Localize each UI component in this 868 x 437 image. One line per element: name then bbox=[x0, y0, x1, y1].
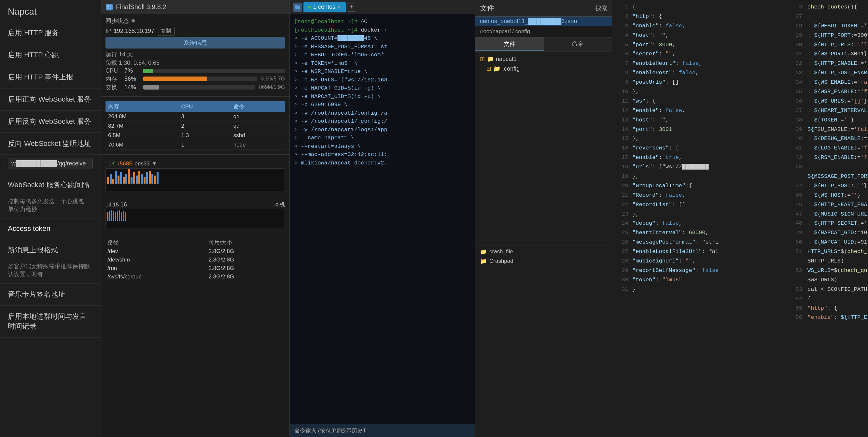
sidebar-item-heartbeat[interactable]: WebSocket 服务心跳间隔 bbox=[0, 174, 101, 196]
disk-header-path: 路径 bbox=[105, 238, 207, 247]
json-line-number: 23 bbox=[617, 210, 628, 219]
sidebar-item-ws-reverse[interactable]: 启用反向 WebSocket 服务 bbox=[0, 111, 101, 132]
fs-mem-bar-bg bbox=[143, 76, 257, 81]
fm-file-item[interactable]: 📁crash_file bbox=[475, 247, 612, 257]
ping-bar bbox=[111, 210, 112, 221]
svg-rect-1 bbox=[110, 5, 111, 7]
json-line: 12 "enable": false, bbox=[617, 106, 786, 116]
json-line-number: 9 bbox=[617, 78, 628, 87]
fs-net-dropdown-icon[interactable]: ▼ bbox=[152, 160, 157, 167]
ping-bar bbox=[107, 212, 108, 221]
term-tab-add[interactable]: + bbox=[347, 3, 356, 12]
code-line: 40 : ${DEBUG_ENABLE:='false'} bbox=[791, 134, 868, 144]
sidebar-group-ws-addr: 反向 WebSocket 监听地址 bbox=[0, 133, 101, 174]
sidebar: Napcat 启用 HTTP 服务 启用 HTTP 心跳 启用 HTTP 事件上… bbox=[0, 0, 101, 437]
terminal-line: > -p 6299:6099 \ bbox=[294, 101, 470, 109]
sidebar-group-heartbeat: WebSocket 服务心跳间隔 控制每隔多久发送一个心跳包，单位为毫秒 bbox=[0, 174, 101, 218]
code-line-number: 49 bbox=[791, 228, 807, 238]
code-line-content: : ${WS_ENABLE:='false'} bbox=[807, 78, 868, 87]
net-bar bbox=[120, 172, 122, 184]
json-line: 5 "port": 3000, bbox=[617, 40, 786, 50]
ws-address-input[interactable] bbox=[8, 158, 93, 169]
term-tab-label: 1 centos bbox=[313, 4, 335, 10]
json-line: 29 "reportSelfMessage": false bbox=[617, 266, 786, 276]
proc-header-cpu: CPU bbox=[179, 101, 231, 112]
sidebar-item-music-sign[interactable]: 音乐卡片签名地址 bbox=[0, 284, 101, 306]
fm-file-item[interactable]: 📁Crashpad bbox=[475, 257, 612, 266]
terminal-line: > -e TOKEN='lmu5' \ bbox=[294, 59, 470, 68]
sidebar-item-local-time[interactable]: 启用本地进群时间与发言时间记录 bbox=[0, 306, 101, 337]
json-line-content: "port": 3001 bbox=[632, 125, 672, 134]
sidebar-item-msg-format[interactable]: 新消息上报格式 bbox=[0, 239, 101, 261]
code-line-number: 53 bbox=[791, 285, 807, 294]
sidebar-item-http-service[interactable]: 启用 HTTP 服务 bbox=[0, 22, 101, 44]
term-tab-centos[interactable]: 1 centos ✕ bbox=[304, 2, 346, 12]
fm-item-label: napcat1 bbox=[496, 56, 517, 63]
code-line-number: 50 bbox=[791, 238, 807, 247]
code-line-number: 38 bbox=[791, 116, 807, 125]
code-line-number: 52 bbox=[791, 266, 807, 285]
sidebar-item-access-token[interactable]: Access token bbox=[0, 218, 101, 239]
fs-info-section: 同步状态 IP 192.168.10.197 复制 系统信息 运行 14 天 负… bbox=[101, 14, 289, 94]
code-line-number: 37 bbox=[791, 106, 807, 116]
ping-bar bbox=[119, 210, 120, 221]
fs-mem-label: 内存 bbox=[105, 75, 122, 83]
fm-tree-item[interactable]: ⊟📁.config bbox=[475, 64, 612, 73]
disk-row: /dev2.8G/2.8G bbox=[105, 247, 285, 256]
code-editor-panel: 3chech_quotes(){27:28 : ${WEBUI_TOKEN:='… bbox=[791, 0, 868, 437]
finalshell-panel: FinalShell 3.9.8.2 同步状态 IP 192.168.10.19… bbox=[101, 0, 290, 437]
fs-title-label: FinalShell 3.9.8.2 bbox=[116, 3, 166, 11]
sidebar-heartbeat-sublabel: 控制每隔多久发送一个心跳包，单位为毫秒 bbox=[0, 196, 101, 218]
fs-mem-bar-row: 内存 56% 3.1G/5.7G bbox=[105, 75, 285, 83]
json-line-content: "http": { bbox=[632, 12, 662, 22]
fs-net-row: ↑1K ↓568B ens33 ▼ bbox=[105, 159, 285, 168]
fm-tree-item[interactable]: ⊞📁napcat1 bbox=[475, 54, 612, 64]
fs-net-down: ↓568B bbox=[117, 160, 132, 167]
fs-load: 负载 1.30, 0.84, 0.65 bbox=[105, 59, 285, 67]
term-tab-close[interactable]: ✕ bbox=[337, 5, 341, 10]
sidebar-item-http-heartbeat[interactable]: 启用 HTTP 心跳 bbox=[0, 44, 101, 66]
code-line: 55 "http": { bbox=[791, 304, 868, 313]
fs-copy-button[interactable]: 复制 bbox=[157, 27, 175, 35]
terminal-line: > -e WS_URLS='["ws://192.168 bbox=[294, 76, 470, 84]
json-line-content: "musicSignUrl": "", bbox=[632, 257, 695, 266]
fm-tab-files[interactable]: 文件 bbox=[475, 37, 544, 51]
json-line: 9 "postUrls": [] bbox=[617, 78, 786, 87]
json-line: 2 "http": { bbox=[617, 12, 786, 22]
disk-row: /dev/shm2.8G/2.8G bbox=[105, 256, 285, 264]
json-line-content: "postUrls": [] bbox=[632, 78, 679, 87]
sidebar-item-http-event[interactable]: 启用 HTTP 事件上报 bbox=[0, 66, 101, 88]
code-line-content: : ${HTTP_POST_ENABLE:='false'} bbox=[807, 68, 868, 78]
json-content: 1{2 "http": {3 "enable": false,4 "host":… bbox=[612, 0, 791, 437]
proc-mem: 264.8M bbox=[105, 112, 179, 121]
code-line-content: HTTP_URLS=$(chech_quotes $HTTP_URLS) bbox=[807, 247, 868, 266]
json-line-content: }, bbox=[632, 210, 639, 219]
fm-tab-commands[interactable]: 命令 bbox=[544, 37, 612, 51]
net-bar bbox=[118, 176, 120, 184]
fm-search-label[interactable]: 搜索 bbox=[595, 4, 607, 12]
proc-cpu: 3 bbox=[179, 112, 231, 121]
net-bar bbox=[110, 174, 112, 184]
json-line-number: 13 bbox=[617, 116, 628, 125]
code-line-content: : ${HTTP_HEART_ENABLE:='false'} bbox=[807, 200, 868, 210]
fs-net-up: ↑1K bbox=[105, 160, 115, 167]
code-line: 33 : ${HTTP_POST_ENABLE:='false'} bbox=[791, 68, 868, 78]
code-line-content: "http": { bbox=[807, 304, 837, 313]
code-line-content: { bbox=[807, 294, 811, 304]
sidebar-item-ws-forward[interactable]: 启用正向 WebSocket 服务 bbox=[0, 89, 101, 111]
fm-file-tab[interactable]: centos_onebot11_████████6.json bbox=[475, 17, 612, 26]
filemgr-panel: 文件 搜索 centos_onebot11_████████6.json /ro… bbox=[475, 0, 612, 437]
disk-path: /dev bbox=[105, 247, 207, 256]
sidebar-item-ws-addr[interactable]: 反向 WebSocket 监听地址 bbox=[0, 133, 101, 155]
code-line-content: : ${HTTP_URLS:='[]'} bbox=[807, 40, 868, 50]
terminal-line: > -e MESSAGE_POST_FORMAT='st bbox=[294, 43, 470, 51]
term-folder-icon[interactable] bbox=[293, 3, 302, 12]
json-line-number: 5 bbox=[617, 40, 628, 50]
fs-sysinfo-button[interactable]: 系统信息 bbox=[105, 37, 285, 49]
json-line-content: "urls": ["ws://████████ bbox=[632, 162, 709, 172]
fs-sync-label: 同步状态 bbox=[105, 17, 129, 25]
json-line-number: 10 bbox=[617, 87, 628, 97]
proc-table: 内存 CPU 命令 264.8M3qq82.7M2qq6.5M1.3sshd70… bbox=[105, 101, 285, 150]
ping-bar bbox=[115, 212, 116, 221]
sidebar-group-ws-reverse: 启用反向 WebSocket 服务 bbox=[0, 111, 101, 133]
